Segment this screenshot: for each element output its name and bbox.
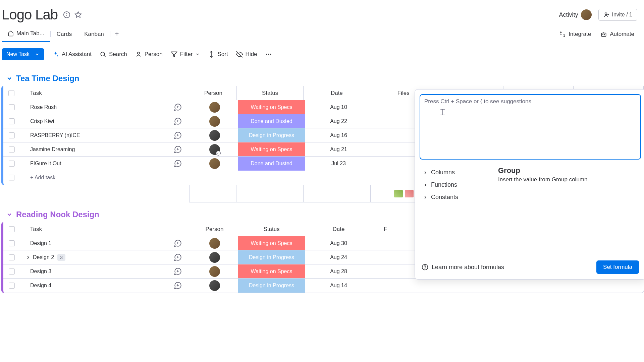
date-cell[interactable]: Aug 16 xyxy=(305,128,372,142)
files-cell[interactable] xyxy=(372,142,399,156)
row-checkbox[interactable] xyxy=(3,236,20,250)
tab-cards[interactable]: Cards xyxy=(51,27,78,42)
info-icon[interactable] xyxy=(63,11,70,18)
person-filter-button[interactable]: Person xyxy=(135,51,163,58)
integrate-button[interactable]: Integrate xyxy=(559,31,591,38)
person-cell[interactable] xyxy=(191,236,238,250)
date-cell[interactable]: Aug 10 xyxy=(305,100,372,114)
files-cell[interactable] xyxy=(372,114,399,128)
date-cell[interactable]: Aug 28 xyxy=(305,264,372,278)
activity-label[interactable]: Activity xyxy=(559,11,578,18)
chevron-down-icon[interactable] xyxy=(35,52,40,57)
files-cell[interactable] xyxy=(372,100,399,114)
set-formula-button[interactable]: Set formula xyxy=(596,260,639,274)
formula-section-columns[interactable]: Columns xyxy=(423,166,484,179)
column-header-person[interactable]: Person xyxy=(191,222,238,236)
status-cell[interactable]: Done and Dusted xyxy=(238,157,305,171)
conversation-button[interactable] xyxy=(164,114,191,128)
tab-kanban[interactable]: Kanban xyxy=(78,27,110,42)
person-cell[interactable] xyxy=(191,279,238,293)
column-header-person[interactable]: Person xyxy=(190,86,237,100)
date-cell[interactable]: Jul 23 xyxy=(305,157,372,171)
row-checkbox[interactable] xyxy=(3,250,20,264)
status-cell[interactable]: Waiting on Specs xyxy=(238,142,305,156)
column-header-task[interactable]: Task xyxy=(20,86,190,100)
status-cell[interactable]: Waiting on Specs xyxy=(238,100,305,114)
files-cell[interactable] xyxy=(372,157,399,171)
learn-more-link[interactable]: Learn more about formulas xyxy=(422,264,504,271)
task-name[interactable]: Jasmine Dreaming xyxy=(20,142,164,156)
automate-button[interactable]: Automate xyxy=(600,31,634,38)
date-cell[interactable]: Aug 30 xyxy=(305,236,372,250)
files-cell[interactable] xyxy=(372,250,399,264)
person-cell[interactable] xyxy=(191,114,238,128)
hide-button[interactable]: Hide xyxy=(236,51,257,58)
row-checkbox[interactable] xyxy=(3,100,20,114)
row-checkbox[interactable] xyxy=(3,157,20,171)
date-cell[interactable]: Aug 14 xyxy=(305,279,372,293)
board-title[interactable]: Logo Lab xyxy=(2,7,58,23)
person-cell[interactable] xyxy=(191,250,238,264)
status-cell[interactable]: Design in Progress xyxy=(238,128,305,142)
column-header-files[interactable]: F xyxy=(372,222,399,236)
task-name[interactable]: FIGure it Out xyxy=(20,157,164,171)
collapse-group-icon[interactable] xyxy=(6,211,13,218)
add-task-button[interactable]: + Add task xyxy=(20,175,55,181)
conversation-button[interactable] xyxy=(164,142,191,156)
filter-button[interactable]: Filter xyxy=(171,51,200,58)
files-cell[interactable] xyxy=(372,236,399,250)
column-header-date[interactable]: Date xyxy=(304,86,370,100)
formula-section-constants[interactable]: Constants xyxy=(423,191,484,203)
invite-button[interactable]: Invite / 1 xyxy=(598,9,637,21)
conversation-button[interactable] xyxy=(164,264,191,278)
status-cell[interactable]: Done and Dusted xyxy=(238,114,305,128)
conversation-button[interactable] xyxy=(164,279,191,293)
sort-button[interactable]: Sort xyxy=(208,51,228,58)
files-cell[interactable] xyxy=(372,264,399,278)
column-header-status[interactable]: Status xyxy=(237,86,304,100)
date-cell[interactable]: Aug 24 xyxy=(305,250,372,264)
files-cell[interactable] xyxy=(372,279,399,293)
row-checkbox[interactable] xyxy=(3,114,20,128)
user-avatar[interactable] xyxy=(581,9,592,20)
search-button[interactable]: Search xyxy=(100,51,127,58)
group-title[interactable]: Tea Time Design xyxy=(16,74,79,83)
row-checkbox[interactable] xyxy=(3,128,20,142)
formula-section-functions[interactable]: Functions xyxy=(423,179,484,191)
person-cell[interactable] xyxy=(191,100,238,114)
person-cell[interactable]: ⌂ xyxy=(191,142,238,156)
task-name[interactable]: Rose Rush xyxy=(20,100,164,114)
column-header-task[interactable]: Task xyxy=(20,222,191,236)
status-cell[interactable]: Waiting on Specs xyxy=(238,264,305,278)
conversation-button[interactable] xyxy=(164,128,191,142)
task-name[interactable]: RASPBERRY (n)ICE xyxy=(20,128,164,142)
formula-input[interactable]: Press Ctrl + Space or { to see suggestio… xyxy=(420,94,641,160)
expand-subitems-icon[interactable] xyxy=(25,255,31,260)
date-cell[interactable]: Aug 21 xyxy=(305,142,372,156)
column-header-status[interactable]: Status xyxy=(238,222,305,236)
files-cell[interactable] xyxy=(372,128,399,142)
task-name[interactable]: Design 23 xyxy=(20,250,164,264)
status-cell[interactable]: Design in Progress xyxy=(238,250,305,264)
person-cell[interactable] xyxy=(191,157,238,171)
conversation-button[interactable] xyxy=(164,100,191,114)
task-name[interactable]: Crisp Kiwi xyxy=(20,114,164,128)
conversation-button[interactable] xyxy=(164,250,191,264)
new-task-button[interactable]: New Task xyxy=(2,48,44,60)
group-title[interactable]: Reading Nook Design xyxy=(16,210,99,219)
tab-main[interactable]: Main Tab... xyxy=(2,26,50,42)
add-tab-button[interactable]: + xyxy=(110,26,124,42)
select-all-checkbox[interactable] xyxy=(3,222,20,236)
conversation-button[interactable] xyxy=(164,236,191,250)
person-cell[interactable] xyxy=(191,264,238,278)
task-name[interactable]: Design 3 xyxy=(20,264,164,278)
date-cell[interactable]: Aug 22 xyxy=(305,114,372,128)
row-checkbox[interactable] xyxy=(3,279,20,293)
row-checkbox[interactable] xyxy=(3,142,20,156)
star-icon[interactable] xyxy=(74,11,82,18)
status-cell[interactable]: Waiting on Specs xyxy=(238,236,305,250)
column-header-date[interactable]: Date xyxy=(305,222,372,236)
row-checkbox[interactable] xyxy=(3,264,20,278)
more-options-button[interactable] xyxy=(265,51,272,58)
status-cell[interactable]: Design in Progress xyxy=(238,279,305,293)
